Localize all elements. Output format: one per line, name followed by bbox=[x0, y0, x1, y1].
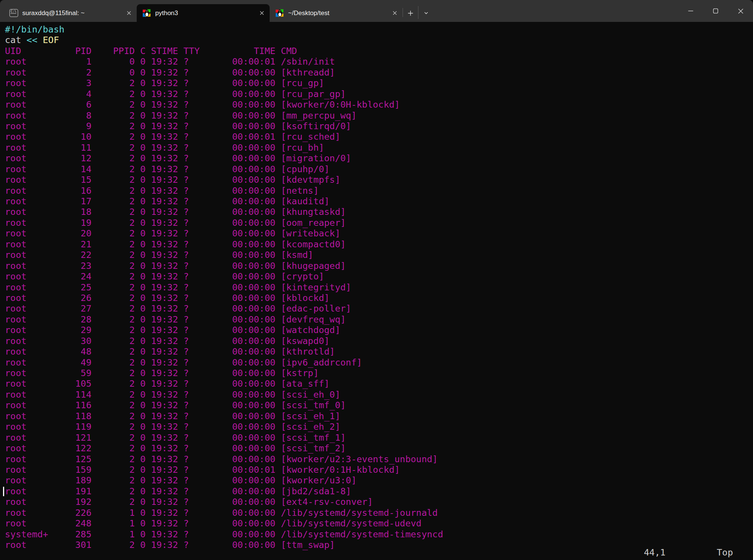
terminal-cursor bbox=[3, 487, 4, 496]
ps-row: root 21 2 0 19:32 ? 00:00:00 [kcompactd0… bbox=[5, 239, 753, 250]
ps-row: root 114 2 0 19:32 ? 00:00:00 [scsi_eh_0… bbox=[5, 389, 753, 400]
tab-python3[interactable]: python3 bbox=[137, 4, 270, 22]
ps-row: root 14 2 0 19:32 ? 00:00:00 [cpuhp/0] bbox=[5, 164, 753, 174]
ps-row: root 16 2 0 19:32 ? 00:00:00 [netns] bbox=[5, 185, 753, 196]
tux-linux-icon bbox=[142, 9, 151, 17]
ps-row: root 28 2 0 19:32 ? 00:00:00 [devfreq_wq… bbox=[5, 314, 753, 325]
ps-row: root 24 2 0 19:32 ? 00:00:00 [crypto] bbox=[5, 271, 753, 282]
ps-row: root 125 2 0 19:32 ? 00:00:00 [kworker/u… bbox=[5, 454, 753, 464]
script-shebang-line: #!/bin/bash bbox=[5, 24, 753, 35]
ps-row: root 25 2 0 19:32 ? 00:00:00 [kintegrity… bbox=[5, 282, 753, 293]
ps-row: root 18 2 0 19:32 ? 00:00:00 [khungtaskd… bbox=[5, 207, 753, 217]
tab-title: suraxddq@115final: ~ bbox=[22, 9, 124, 17]
tab-close-button[interactable] bbox=[124, 9, 134, 17]
title-bar-drag-region bbox=[434, 0, 678, 22]
tab-title: ~/Desktop/test bbox=[288, 9, 390, 17]
ps-row: root 6 2 0 19:32 ? 00:00:00 [kworker/0:0… bbox=[5, 99, 753, 110]
ps-row: root 27 2 0 19:32 ? 00:00:00 [edac-polle… bbox=[5, 303, 753, 314]
ps-row: root 15 2 0 19:32 ? 00:00:00 [kdevtmpfs] bbox=[5, 174, 753, 185]
tab-dropdown-button[interactable] bbox=[418, 4, 434, 22]
ps-row: root 1 0 0 19:32 ? 00:00:01 /sbin/init bbox=[5, 56, 753, 67]
ps-row: root 118 2 0 19:32 ? 00:00:00 [scsi_eh_1… bbox=[5, 411, 753, 421]
ps-row: systemd+ 285 1 0 19:32 ? 00:00:00 /lib/s… bbox=[5, 529, 753, 540]
ps-row: root 226 1 0 19:32 ? 00:00:00 /lib/syste… bbox=[5, 508, 753, 518]
plus-icon bbox=[407, 10, 414, 16]
ps-row: root 2 0 0 19:32 ? 00:00:00 [kthreadd] bbox=[5, 67, 753, 78]
close-icon bbox=[259, 11, 264, 15]
ps-row: root 119 2 0 19:32 ? 00:00:00 [scsi_eh_2… bbox=[5, 421, 753, 432]
ps-row: root 121 2 0 19:32 ? 00:00:00 [scsi_tmf_… bbox=[5, 432, 753, 443]
close-icon bbox=[738, 8, 744, 14]
ps-row: root 49 2 0 19:32 ? 00:00:00 [ipv6_addrc… bbox=[5, 357, 753, 368]
ps-row: root 301 2 0 19:32 ? 00:00:00 [ttm_swap] bbox=[5, 540, 753, 550]
ps-row: root 192 2 0 19:32 ? 00:00:00 [ext4-rsv-… bbox=[5, 497, 753, 507]
ps-row: root 29 2 0 19:32 ? 00:00:00 [watchdogd] bbox=[5, 325, 753, 335]
ps-row: root 122 2 0 19:32 ? 00:00:00 [scsi_tmf_… bbox=[5, 443, 753, 454]
close-icon bbox=[392, 11, 397, 15]
ps-row: root 30 2 0 19:32 ? 00:00:00 [kswapd0] bbox=[5, 336, 753, 346]
tab-close-button[interactable] bbox=[257, 9, 267, 17]
close-icon bbox=[127, 11, 131, 15]
ps-row: root 159 2 0 19:32 ? 00:00:01 [kworker/0… bbox=[5, 464, 753, 475]
ps-row: root 248 1 0 19:32 ? 00:00:00 /lib/syste… bbox=[5, 518, 753, 529]
ps-row: root 48 2 0 19:32 ? 00:00:00 [kthrotld] bbox=[5, 346, 753, 357]
ps-row: root 19 2 0 19:32 ? 00:00:00 [oom_reaper… bbox=[5, 218, 753, 228]
ps-row: root 59 2 0 19:32 ? 00:00:00 [kstrp] bbox=[5, 368, 753, 378]
terminal-content[interactable]: #!/bin/bashcat << EOFUID PID PPID C STIM… bbox=[0, 22, 753, 560]
new-tab-button[interactable] bbox=[403, 4, 418, 22]
tab-suraxddq-115final[interactable]: suraxddq@115final: ~ bbox=[4, 4, 137, 22]
tab-desktop-test[interactable]: ~/Desktop/test bbox=[270, 4, 403, 22]
tab-title: python3 bbox=[155, 9, 257, 17]
ps-row: root 23 2 0 19:32 ? 00:00:00 [khugepaged… bbox=[5, 261, 753, 271]
ps-row: root 189 2 0 19:32 ? 00:00:00 [kworker/u… bbox=[5, 475, 753, 486]
tab-close-button[interactable] bbox=[390, 9, 400, 17]
cmd-terminal-icon bbox=[9, 9, 18, 17]
ps-row: root 116 2 0 19:32 ? 00:00:00 [scsi_tmf_… bbox=[5, 400, 753, 410]
close-button[interactable] bbox=[728, 0, 753, 22]
ps-row: root 191 2 0 19:32 ? 00:00:00 [jbd2/sda1… bbox=[5, 486, 753, 497]
terminal-window: suraxddq@115final: ~python3~/Desktop/tes… bbox=[0, 0, 753, 560]
ps-row: root 26 2 0 19:32 ? 00:00:00 [kblockd] bbox=[5, 293, 753, 303]
chevron-down-icon bbox=[423, 10, 429, 16]
vim-ruler-scroll: Top bbox=[717, 547, 733, 558]
ps-row: root 8 2 0 19:32 ? 00:00:00 [mm_percpu_w… bbox=[5, 110, 753, 121]
ps-row: root 4 2 0 19:32 ? 00:00:00 [rcu_par_gp] bbox=[5, 89, 753, 99]
tab-strip: suraxddq@115final: ~python3~/Desktop/tes… bbox=[0, 0, 403, 22]
terminal-text: #!/bin/bashcat << EOFUID PID PPID C STIM… bbox=[5, 24, 753, 550]
minimize-icon bbox=[688, 8, 694, 14]
script-heredoc-line: cat << EOF bbox=[5, 35, 753, 45]
ps-row: root 9 2 0 19:32 ? 00:00:00 [ksoftirqd/0… bbox=[5, 121, 753, 131]
ps-row: root 11 2 0 19:32 ? 00:00:00 [rcu_bh] bbox=[5, 142, 753, 153]
ps-row: root 3 2 0 19:32 ? 00:00:00 [rcu_gp] bbox=[5, 78, 753, 88]
vim-ruler-position: 44,1 bbox=[644, 547, 665, 558]
minimize-button[interactable] bbox=[678, 0, 703, 22]
ps-header-row: UID PID PPID C STIME TTY TIME CMD bbox=[5, 46, 753, 56]
ps-row: root 10 2 0 19:32 ? 00:00:01 [rcu_sched] bbox=[5, 131, 753, 142]
ps-row: root 17 2 0 19:32 ? 00:00:00 [kauditd] bbox=[5, 196, 753, 207]
tux-linux-icon bbox=[275, 9, 284, 17]
maximize-icon bbox=[713, 8, 719, 14]
maximize-button[interactable] bbox=[703, 0, 728, 22]
window-controls bbox=[678, 0, 753, 22]
ps-row: root 20 2 0 19:32 ? 00:00:00 [writeback] bbox=[5, 228, 753, 239]
ps-row: root 22 2 0 19:32 ? 00:00:00 [ksmd] bbox=[5, 250, 753, 260]
ps-row: root 105 2 0 19:32 ? 00:00:00 [ata_sff] bbox=[5, 378, 753, 389]
ps-row: root 12 2 0 19:32 ? 00:00:00 [migration/… bbox=[5, 153, 753, 164]
tab-bar: suraxddq@115final: ~python3~/Desktop/tes… bbox=[0, 0, 753, 22]
